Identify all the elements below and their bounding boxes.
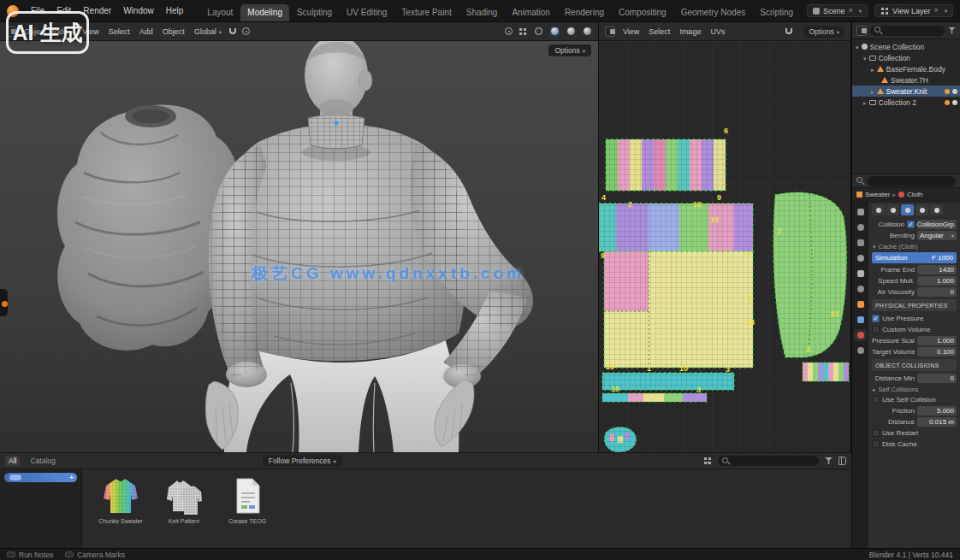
tab-animation[interactable]: Animation xyxy=(505,4,556,21)
expand-icon[interactable] xyxy=(863,98,867,107)
cloth-button[interactable] xyxy=(901,204,914,215)
section-physical-properties[interactable]: Physical Properties xyxy=(872,299,957,311)
fluid-button[interactable] xyxy=(930,204,943,215)
tab-output[interactable] xyxy=(854,237,867,249)
tab-geometry-nodes[interactable]: Geometry Nodes xyxy=(674,4,753,21)
import-method-dropdown[interactable]: Follow Preferences xyxy=(263,455,342,467)
catalog-size-slider[interactable] xyxy=(4,473,77,482)
visibility-icon[interactable] xyxy=(952,89,957,94)
shading-material-button[interactable] xyxy=(566,27,576,37)
tab-uv-editing[interactable]: UV Editing xyxy=(340,4,394,21)
tab-tool[interactable] xyxy=(854,206,867,218)
proportional-editing-icon[interactable] xyxy=(242,27,250,35)
outliner-item-basefemale[interactable]: BaseFemale.Body xyxy=(852,63,960,74)
tab-scene[interactable] xyxy=(854,268,867,280)
tab-rendering[interactable]: Rendering xyxy=(558,4,611,21)
shading-wireframe-button[interactable] xyxy=(533,27,543,37)
shading-solid-button[interactable] xyxy=(549,27,560,37)
uv-island-body[interactable] xyxy=(599,203,753,368)
outliner-search-input[interactable] xyxy=(870,26,945,36)
expand-icon[interactable] xyxy=(856,43,859,51)
outliner-item-sweater-knit[interactable]: Sweater.Knit xyxy=(852,85,960,97)
uv-menu-image[interactable]: Image xyxy=(678,27,702,37)
section-object-collisions[interactable]: Object Collisions xyxy=(872,359,957,371)
breadcrumb-object[interactable]: Sweater xyxy=(865,191,890,198)
prop-field[interactable]: 0.015 m xyxy=(917,417,957,427)
tab-view-layer[interactable] xyxy=(854,252,867,264)
prop-checkbox[interactable] xyxy=(872,429,880,437)
show-gizmo-icon[interactable] xyxy=(505,27,513,35)
visibility-icon[interactable] xyxy=(952,100,957,105)
prop-field[interactable]: 1.000 xyxy=(917,336,957,345)
tab-world[interactable] xyxy=(854,283,867,295)
uv-island-sleeve[interactable] xyxy=(773,192,847,357)
prop-checkbox[interactable] xyxy=(872,326,880,333)
outliner-type-icon[interactable] xyxy=(856,26,867,36)
tab-layout[interactable]: Layout xyxy=(200,4,240,21)
expand-icon[interactable] xyxy=(871,65,874,74)
prop-checkbox[interactable] xyxy=(872,396,880,404)
uv-canvas[interactable]: 6 9 4 2 10 18 7 9 3 43 10 xyxy=(599,41,850,452)
menu-help[interactable]: Help xyxy=(161,4,189,17)
tab-modeling[interactable]: Modeling xyxy=(240,4,289,21)
tab-sculpting[interactable]: Sculpting xyxy=(290,4,339,21)
uv-island-stripe-pack[interactable] xyxy=(803,363,849,381)
prop-field[interactable]: 1.000 xyxy=(917,276,957,286)
panel-header-cache[interactable]: Cache (Cloth) xyxy=(870,241,958,251)
menu-select[interactable]: Select xyxy=(107,27,132,37)
properties-search-input[interactable] xyxy=(868,176,956,186)
snap-magnet-icon[interactable] xyxy=(229,28,236,34)
prop-field[interactable]: 0 xyxy=(917,374,957,383)
menu-window[interactable]: Window xyxy=(118,4,159,17)
uv-options-dropdown[interactable]: Options xyxy=(803,26,844,38)
collision-button[interactable] xyxy=(886,204,899,215)
uv-menu-select[interactable]: Select xyxy=(647,27,672,37)
prop-field[interactable]: 1430 xyxy=(917,265,957,274)
scene-selector[interactable]: Scene × xyxy=(807,4,868,17)
panel-header-self-collisions[interactable]: Self Collisions xyxy=(870,384,958,394)
asset-item[interactable]: Knit Pattern xyxy=(159,474,209,546)
transform-orientation-dropdown[interactable]: Global xyxy=(193,27,223,37)
menu-add[interactable]: Add xyxy=(138,27,155,37)
soft-body-button[interactable] xyxy=(916,204,928,215)
tab-object[interactable] xyxy=(854,298,867,310)
tab-texture-paint[interactable]: Texture Paint xyxy=(394,4,458,21)
overlays-icon[interactable] xyxy=(519,28,522,31)
viewport-3d-canvas[interactable]: Options xyxy=(0,41,598,452)
breadcrumb-panel[interactable]: Cloth xyxy=(907,191,923,198)
prop-field[interactable]: 5.000 xyxy=(917,406,957,416)
expand-icon[interactable] xyxy=(871,87,874,96)
tab-modifiers[interactable] xyxy=(854,314,867,326)
prop-row-simulation[interactable]: Simulation F 1000 xyxy=(872,252,957,263)
prop-checkbox[interactable] xyxy=(872,440,880,448)
uv-island-cuff-band[interactable] xyxy=(606,139,726,191)
uv-menu-view[interactable]: View xyxy=(621,27,641,37)
outliner-item-scene-collection[interactable]: Scene Collection xyxy=(852,41,960,52)
tab-object-data[interactable] xyxy=(854,345,867,357)
outliner-filter-icon[interactable] xyxy=(948,27,956,34)
unlink-scene-icon[interactable]: × xyxy=(849,7,853,15)
uv-menu-uvs[interactable]: UVs xyxy=(708,27,726,37)
force-field-button[interactable] xyxy=(872,204,885,215)
prop-checkbox[interactable] xyxy=(872,315,880,322)
uv-island-collar[interactable] xyxy=(604,427,636,452)
expand-icon[interactable] xyxy=(863,54,867,62)
asset-item[interactable]: Chunky Sweater xyxy=(96,474,145,546)
prop-field[interactable]: CollisionGrp xyxy=(917,220,957,229)
viewport-options-dropdown[interactable]: Options xyxy=(548,44,591,56)
outliner-item-sweater-7h[interactable]: Sweater.7H xyxy=(852,74,960,85)
prop-field[interactable]: 0.100 xyxy=(917,347,957,357)
uv-editor-type-icon[interactable] xyxy=(605,27,615,37)
uv-snap-icon[interactable] xyxy=(785,28,792,34)
tab-shading[interactable]: Shading xyxy=(459,4,505,21)
prop-field[interactable]: 0 xyxy=(917,287,957,297)
outliner-item-collection-2[interactable]: Collection 2 xyxy=(852,97,960,108)
asset-item[interactable]: Crease TEOG xyxy=(222,474,272,546)
tab-scripting[interactable]: Scripting xyxy=(753,4,800,21)
filter-funnel-icon[interactable] xyxy=(825,457,833,464)
tab-physics[interactable] xyxy=(854,329,867,341)
tab-compositing[interactable]: Compositing xyxy=(612,4,673,21)
display-mode-icon[interactable] xyxy=(704,457,707,460)
asset-library-icon[interactable] xyxy=(839,457,846,465)
prop-checkbox[interactable] xyxy=(907,221,915,228)
